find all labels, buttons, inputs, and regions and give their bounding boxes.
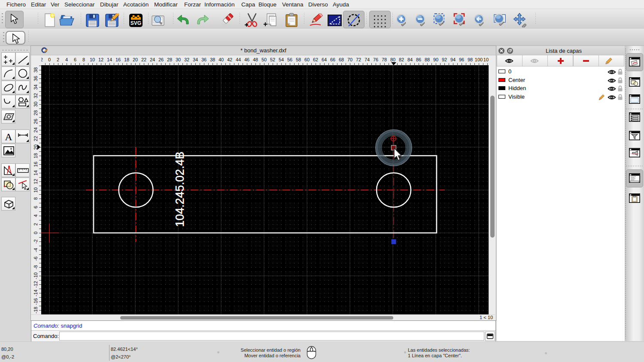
- svg-text:6: 6: [74, 57, 76, 62]
- svg-text:0: 0: [33, 232, 38, 234]
- svg-text:50: 50: [261, 57, 267, 62]
- svg-text:44: 44: [236, 57, 241, 62]
- svg-text:4: 4: [33, 214, 38, 217]
- svg-text:88: 88: [425, 57, 430, 62]
- svg-text:26: 26: [158, 57, 164, 62]
- svg-text:38: 38: [210, 57, 215, 62]
- svg-text:34: 34: [193, 57, 198, 62]
- svg-text:-8: -8: [33, 265, 38, 269]
- svg-text:92: 92: [442, 57, 447, 62]
- svg-text:56: 56: [287, 57, 292, 62]
- svg-text:48: 48: [253, 57, 258, 62]
- svg-text:40: 40: [219, 57, 224, 62]
- svg-text:2: 2: [57, 57, 59, 62]
- svg-text:36: 36: [201, 57, 207, 62]
- svg-text:18: 18: [124, 57, 129, 62]
- svg-text:28: 28: [33, 110, 38, 115]
- svg-text:96: 96: [459, 57, 464, 62]
- svg-text:-6: -6: [33, 256, 38, 261]
- svg-text:52: 52: [270, 57, 275, 62]
- svg-text:72: 72: [356, 57, 361, 62]
- svg-text:2: 2: [33, 223, 38, 226]
- svg-text:16: 16: [115, 57, 121, 62]
- svg-text:86: 86: [416, 57, 421, 62]
- svg-text:34: 34: [33, 84, 38, 90]
- svg-text:22: 22: [33, 136, 38, 141]
- svg-text:SVG: SVG: [131, 20, 141, 26]
- svg-text:10: 10: [90, 57, 95, 62]
- svg-text:68: 68: [339, 57, 344, 62]
- svg-text:18: 18: [33, 153, 38, 158]
- svg-text:12: 12: [98, 57, 103, 62]
- svg-text:22: 22: [141, 57, 146, 62]
- svg-text:-14: -14: [33, 290, 38, 296]
- svg-text:6: 6: [33, 206, 38, 208]
- svg-text:20: 20: [133, 57, 138, 62]
- svg-text:78: 78: [382, 57, 387, 62]
- svg-text:90: 90: [433, 57, 438, 62]
- svg-text:-2: -2: [41, 57, 43, 62]
- svg-text:84: 84: [407, 57, 413, 62]
- svg-text:28: 28: [167, 57, 172, 62]
- svg-text:60: 60: [304, 57, 310, 62]
- svg-text:-16: -16: [33, 298, 38, 305]
- svg-text:76: 76: [373, 57, 378, 62]
- svg-text:-2: -2: [33, 239, 38, 244]
- svg-text:0: 0: [48, 57, 51, 62]
- svg-text:10: 10: [33, 187, 38, 193]
- svg-text:4: 4: [65, 57, 68, 62]
- svg-text:80: 80: [390, 57, 395, 62]
- svg-text:64: 64: [322, 57, 327, 62]
- svg-text:32: 32: [184, 57, 189, 62]
- svg-text:A: A: [5, 131, 12, 142]
- svg-text:36: 36: [33, 76, 38, 81]
- svg-text:24: 24: [33, 127, 38, 133]
- svg-text:14: 14: [107, 57, 112, 62]
- svg-text:-10: -10: [33, 272, 38, 279]
- svg-text:-4: -4: [33, 248, 38, 252]
- svg-text:102: 102: [483, 57, 489, 62]
- svg-text:58: 58: [296, 57, 301, 62]
- svg-text:104.245.02.4B: 104.245.02.4B: [173, 151, 186, 227]
- svg-text:82: 82: [399, 57, 404, 62]
- svg-text:16: 16: [33, 162, 38, 167]
- svg-text:38: 38: [33, 67, 38, 72]
- svg-text:32: 32: [33, 93, 38, 98]
- svg-text:98: 98: [468, 57, 473, 62]
- svg-text:12: 12: [33, 179, 38, 184]
- svg-text:8: 8: [33, 197, 38, 200]
- svg-text:62: 62: [313, 57, 318, 62]
- svg-text:42: 42: [227, 57, 232, 62]
- svg-text:94: 94: [450, 57, 456, 62]
- svg-text:8: 8: [82, 57, 85, 62]
- svg-text:26: 26: [33, 119, 38, 124]
- svg-text:30: 30: [33, 102, 38, 107]
- svg-text:14: 14: [33, 170, 38, 175]
- svg-text:30: 30: [176, 57, 181, 62]
- svg-text:54: 54: [279, 57, 284, 62]
- svg-text:-12: -12: [33, 281, 38, 288]
- svg-text:100: 100: [475, 57, 483, 62]
- svg-text:46: 46: [244, 57, 249, 62]
- svg-text:-18: -18: [33, 307, 38, 314]
- svg-text:70: 70: [347, 57, 352, 62]
- svg-text:74: 74: [365, 57, 370, 62]
- svg-text:66: 66: [330, 57, 335, 62]
- svg-text:24: 24: [150, 57, 155, 62]
